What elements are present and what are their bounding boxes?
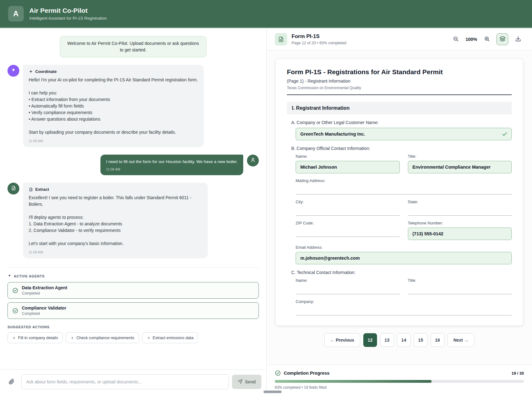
plus-icon (70, 336, 74, 340)
message-timestamp: 11:08 AM (29, 139, 198, 143)
telephone-input[interactable] (408, 228, 512, 240)
message-text: I need to fill out the form for our Hous… (106, 159, 238, 165)
active-agents-heading-label: ACTIVE AGENTS (14, 274, 45, 278)
technical-title-field: Title: (408, 278, 512, 294)
page-button-13[interactable]: 13 (380, 333, 394, 347)
coordinate-agent-avatar (7, 65, 19, 77)
chat-panel: Welcome to Air Permit Co-Pilot. Upload d… (0, 28, 267, 394)
download-button[interactable] (512, 33, 524, 45)
check-circle-icon (12, 287, 18, 294)
horizontal-scrollbar-thumb[interactable] (264, 391, 282, 393)
page-button-15[interactable]: 15 (414, 333, 428, 347)
suggested-action-label: Fill in company details (18, 335, 58, 340)
zip-code-field: ZIP Code: (296, 221, 400, 240)
field-label: Name: (296, 278, 400, 283)
suggested-action-label: Check compliance requirements (76, 335, 134, 340)
message-text: Hello! I'm your AI co-pilot for completi… (29, 77, 198, 136)
contact-title-input[interactable] (408, 161, 512, 173)
contact-title-field: Title: (408, 154, 512, 173)
user-avatar (247, 155, 259, 166)
mailing-address-input[interactable] (296, 185, 512, 195)
mailing-address-field: Mailing Address: (296, 178, 512, 195)
message-bubble: Extract Excellent! I see you need to reg… (23, 183, 208, 258)
layers-toggle-button[interactable] (496, 33, 508, 45)
page-button-16[interactable]: 16 (431, 333, 444, 347)
zip-code-input[interactable] (296, 228, 400, 237)
check-circle-icon (12, 308, 18, 314)
previous-page-button[interactable]: ← Previous (324, 333, 360, 347)
welcome-message-row: Welcome to Air Permit Co-Pilot. Upload d… (7, 36, 259, 57)
city-field: City: (296, 199, 400, 216)
field-group-technical-contact: C. Technical Contact Information: Name: … (287, 270, 512, 315)
agent-card-text: Data Extraction Agent Completed (22, 285, 67, 296)
download-icon (515, 36, 521, 43)
page-button-14[interactable]: 14 (397, 333, 411, 347)
paperclip-icon (8, 378, 15, 386)
zoom-out-icon (453, 36, 459, 43)
agent-name-label: Coordinate (35, 69, 57, 74)
sparkles-icon (29, 70, 33, 74)
technical-company-field: Company: (296, 299, 512, 315)
message-header: Coordinate (29, 69, 198, 74)
field-group-company-name: A. Company or Other Legal Customer Name: (287, 120, 512, 140)
telephone-field: Telephone Number: (408, 221, 512, 240)
technical-contact-grid: Name: Title: Company: (291, 278, 512, 315)
field-label: Title: (408, 154, 512, 159)
user-icon (250, 157, 256, 164)
next-page-button[interactable]: Next → (447, 333, 474, 347)
send-button-label: Send (245, 379, 256, 384)
company-name-input[interactable] (296, 128, 512, 140)
field-label: ZIP Code: (296, 221, 400, 225)
user-message-row: I need to fill out the form for our Hous… (7, 155, 259, 175)
agent-message-extract: Extract Excellent! I see you need to reg… (7, 183, 259, 258)
field-label: Mailing Address: (296, 178, 512, 183)
viewer-header-text: Form PI-1S Page 12 of 20 • 63% completed (292, 33, 346, 45)
agent-card-data-extraction: Data Extraction Agent Completed (7, 282, 259, 299)
zoom-in-button[interactable] (481, 33, 493, 45)
form-viewer-panel: Form PI-1S Page 12 of 20 • 63% completed… (267, 28, 532, 394)
field-label: Name: (296, 154, 400, 159)
page-navigation: ← Previous 12 13 14 15 16 Next → (275, 333, 523, 347)
suggested-actions-row: Fill in company details Check compliance… (7, 332, 259, 343)
agent-card-compliance-validator: Compliance Validator Completed (7, 302, 259, 319)
form-agency: Texas Commission on Environmental Qualit… (287, 86, 512, 90)
progress-header: Completion Progress 19 / 30 (275, 370, 524, 376)
city-input[interactable] (296, 206, 400, 216)
field-label: Email Address: (296, 245, 512, 250)
agent-card-status: Completed (22, 311, 66, 316)
agent-message-coordinate: Coordinate Hello! I'm your AI co-pilot f… (7, 65, 259, 147)
viewer-toolbar: Form PI-1S Page 12 of 20 • 63% completed… (267, 28, 532, 50)
check-circle-icon (275, 370, 281, 376)
user-message-bubble: I need to fill out the form for our Hous… (100, 155, 243, 175)
zoom-out-button[interactable] (450, 33, 462, 45)
extract-agent-avatar (7, 183, 19, 195)
field-label: Title: (408, 278, 512, 283)
state-input[interactable] (408, 206, 512, 216)
suggested-actions-heading: SUGGESTED ACTIONS (7, 325, 259, 329)
plus-icon (12, 336, 16, 340)
contact-name-field: Name: (296, 154, 400, 173)
viewer-form-title: Form PI-1S (292, 33, 346, 40)
completion-progress-panel: Completion Progress 19 / 30 63% complete… (267, 365, 532, 394)
progress-fraction: 19 / 30 (511, 371, 524, 376)
page-button-12[interactable]: 12 (363, 333, 377, 347)
technical-name-field: Name: (296, 278, 400, 294)
technical-company-input[interactable] (296, 306, 512, 315)
suggested-action-check-compliance[interactable]: Check compliance requirements (66, 332, 139, 343)
technical-name-input[interactable] (296, 285, 400, 294)
send-button[interactable]: Send (232, 375, 261, 389)
technical-title-input[interactable] (408, 285, 512, 294)
app-header-text: Air Permit Co-Pilot Intelligent Assistan… (29, 7, 107, 21)
form-viewer-body[interactable]: Form PI-1S - Registrations for Air Stand… (267, 50, 532, 365)
suggested-action-extract-emissions[interactable]: Extract emissions data (142, 332, 198, 343)
chat-message-list[interactable]: Welcome to Air Permit Co-Pilot. Upload d… (0, 28, 266, 369)
layers-icon (500, 36, 505, 43)
suggested-action-fill-company-details[interactable]: Fill in company details (7, 332, 63, 343)
sparkles-icon (7, 274, 12, 278)
chat-input[interactable] (21, 374, 229, 389)
check-icon (501, 131, 508, 137)
contact-name-input[interactable] (296, 161, 400, 173)
field-label: Telephone Number: (408, 221, 512, 225)
attach-file-button[interactable] (5, 375, 18, 388)
email-input[interactable] (296, 252, 512, 264)
